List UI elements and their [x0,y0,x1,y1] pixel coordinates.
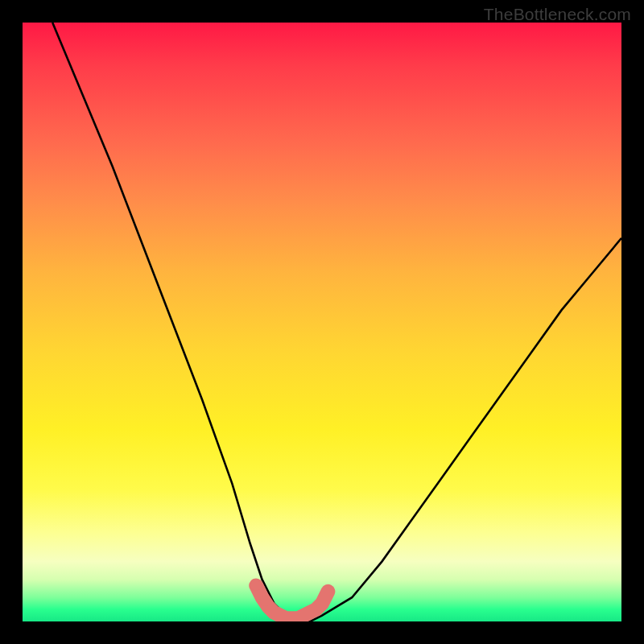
plot-area [23,23,621,621]
valley-dot [250,580,261,591]
valley-dot [260,595,270,605]
curve-layer [23,23,621,621]
chart-frame: TheBottleneck.com [0,0,644,644]
bottleneck-curve [52,23,621,621]
watermark-text: TheBottleneck.com [484,5,631,24]
